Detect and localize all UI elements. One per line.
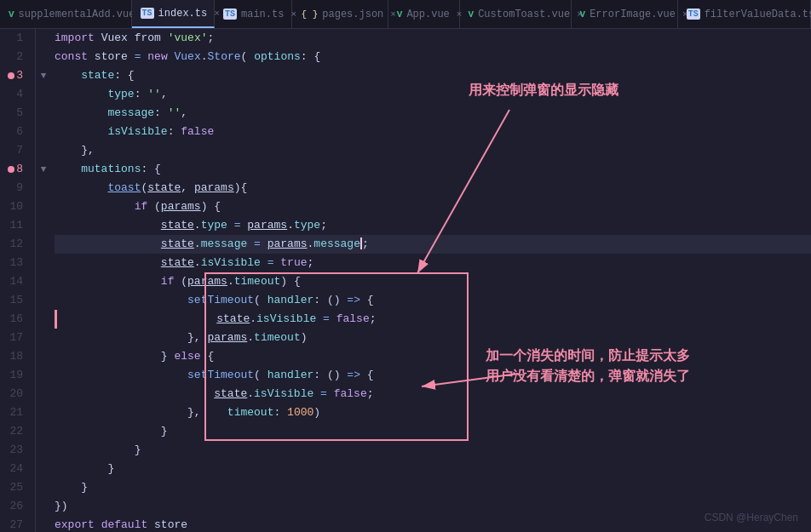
code-line-13: state.isVisible = true; (55, 254, 811, 272)
vue-icon: V (580, 9, 586, 20)
code-line-12: state.message = params.message; (55, 235, 811, 254)
line-num-11: 11 (0, 216, 28, 235)
line-num-10: 10 (0, 197, 28, 216)
code-line-8: mutations: { (55, 160, 811, 179)
tab-label: main.ts (241, 9, 284, 20)
line-num-8: 8 (0, 160, 28, 179)
line-num-4: 4 (0, 85, 28, 104)
line-num-7: 7 (0, 141, 28, 160)
tab-label: App.vue (406, 9, 449, 20)
code-line-20: state.isVisible = false; (55, 385, 811, 403)
code-line-14: if (params.timeout) { (55, 272, 811, 291)
code-line-3: state: { (55, 66, 811, 85)
line-num-3: 3 (0, 66, 28, 85)
code-line-2: const store = new Vuex.Store( options: { (55, 48, 811, 66)
tab-app-vue[interactable]: V App.vue × (388, 0, 460, 28)
code-line-23: } (55, 441, 811, 460)
line-num-5: 5 (0, 104, 28, 123)
tab-label: supplementalAdd.vue (19, 9, 135, 20)
code-line-15: setTimeout( handler: () => { (55, 291, 811, 310)
breakpoint-dot (8, 166, 14, 173)
tab-filter-value-data[interactable]: TS filterValueData.ts × (678, 0, 811, 28)
code-line-6: isVisible: false (55, 123, 811, 141)
line-num-17: 17 (0, 329, 28, 347)
code-line-21: }, timeout: 1000) (55, 403, 811, 422)
code-line-26: }) (55, 497, 811, 516)
vue-icon: V (9, 9, 14, 20)
watermark: CSDN @HerayChen (705, 512, 798, 523)
tab-pages-json[interactable]: { } pages.json × (292, 0, 388, 28)
line-num-18: 18 (0, 347, 28, 366)
code-line-25: } (55, 478, 811, 497)
code-line-16: state.isVisible = false; (55, 310, 811, 329)
code-line-7: }, (55, 141, 811, 160)
line-num-22: 22 (0, 422, 28, 441)
ts-icon: TS (687, 9, 700, 20)
line-num-20: 20 (0, 385, 28, 403)
line-num-21: 21 (0, 403, 28, 422)
code-content[interactable]: import Vuex from 'vuex'; const store = n… (51, 29, 811, 532)
code-line-18: } else { (55, 347, 811, 366)
tab-main-ts[interactable]: TS main.ts × (215, 0, 293, 28)
code-line-5: message: '', (55, 104, 811, 123)
code-line-24: } (55, 460, 811, 478)
tab-error-image[interactable]: V ErrorImage.vue × (572, 0, 678, 28)
line-num-16: 16 (0, 310, 28, 329)
json-icon: { } (301, 9, 318, 20)
line-num-1: 1 (0, 29, 28, 48)
line-num-12: 12 (0, 235, 28, 254)
code-line-17: }, params.timeout) (55, 329, 811, 347)
text-cursor (360, 237, 362, 249)
line-num-14: 14 (0, 272, 28, 291)
tab-custom-toast[interactable]: V CustomToast.vue × (460, 0, 572, 28)
line-gutter: 1 2 3 4 5 6 7 8 9 10 11 12 13 14 15 16 1… (0, 29, 36, 532)
line-num-6: 6 (0, 123, 28, 141)
editor-area: 1 2 3 4 5 6 7 8 9 10 11 12 13 14 15 16 1… (0, 29, 811, 532)
fold-column: ▼ ▼ (36, 29, 51, 532)
tab-label: CustomToast.vue (478, 9, 570, 20)
tab-index-ts[interactable]: TS index.ts × (132, 0, 215, 28)
tab-bar: V supplementalAdd.vue × TS index.ts × TS… (0, 0, 811, 29)
line-num-26: 26 (0, 497, 28, 516)
line-num-19: 19 (0, 366, 28, 385)
code-line-11: state.type = params.type; (55, 216, 811, 235)
breakpoint-dot (8, 72, 14, 79)
code-line-1: import Vuex from 'vuex'; (55, 29, 811, 48)
vue-icon: V (469, 9, 475, 20)
line-num-24: 24 (0, 460, 28, 478)
line-num-25: 25 (0, 478, 28, 497)
ts-icon: TS (223, 9, 237, 20)
tab-label: pages.json (322, 9, 383, 20)
ts-icon: TS (141, 8, 154, 19)
code-line-10: if (params) { (55, 197, 811, 216)
code-line-22: } (55, 422, 811, 441)
code-line-27: export default store (55, 516, 811, 532)
line-num-23: 23 (0, 441, 28, 460)
line-num-13: 13 (0, 254, 28, 272)
vue-icon: V (397, 9, 403, 20)
code-line-19: setTimeout( handler: () => { (55, 366, 811, 385)
tab-label: ErrorImage.vue (590, 9, 676, 20)
tab-label: filterValueData.ts (705, 9, 811, 20)
line-num-2: 2 (0, 48, 28, 66)
code-line-9: toast(state, params){ (55, 179, 811, 197)
line-num-27: 27 (0, 516, 28, 532)
tab-supplementalAdd[interactable]: V supplementalAdd.vue × (0, 0, 132, 28)
line-num-9: 9 (0, 179, 28, 197)
tab-label: index.ts (158, 8, 208, 20)
line-num-15: 15 (0, 291, 28, 310)
code-line-4: type: '', (55, 85, 811, 104)
